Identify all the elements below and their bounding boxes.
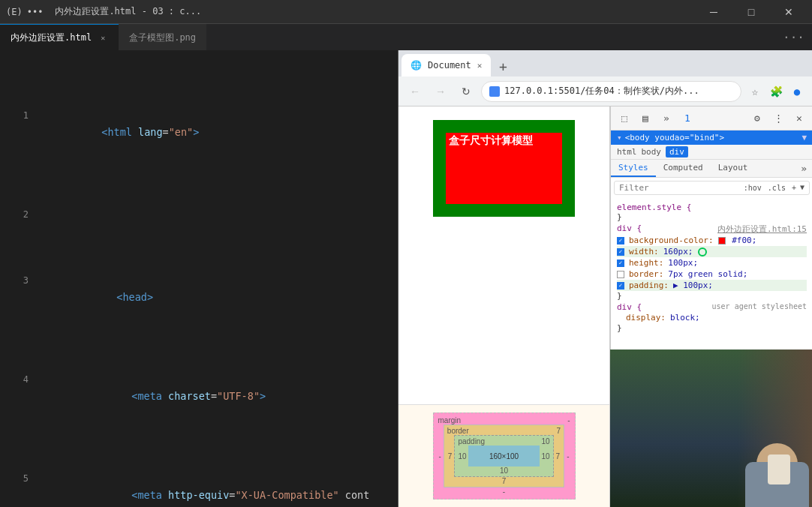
bm-padding-left: 10	[456, 446, 468, 466]
title-text: 内外边距设置.html - 03 : c...	[55, 5, 201, 18]
address-bar[interactable]: 127.0.0.1:5501/任务04：制作奖状/内外...	[481, 81, 741, 102]
selected-element-row: ▾ <body youdao="bind"> ▼	[611, 130, 812, 145]
title-bar: (E) ••• 内外边距设置.html - 03 : c... ─ □ ✕	[0, 0, 812, 24]
prop-border-value: 7px green solid;	[668, 269, 747, 279]
prop-width-checkbox[interactable]	[617, 248, 624, 256]
dt-elements-badge[interactable]: 1	[678, 110, 696, 128]
prop-bg-name: background-color:	[629, 236, 714, 245]
dt-more-button[interactable]: »	[657, 110, 675, 128]
breadcrumb-html[interactable]: html	[617, 147, 637, 157]
prop-border-checkbox[interactable]	[617, 271, 624, 278]
bm-border-bottom: 7	[446, 477, 562, 485]
browser-panel: 🌐 Document ✕ + ← → ↻ 127.0.0.1:5501/任务04…	[398, 50, 812, 507]
bm-padding-label: padding	[458, 437, 485, 446]
tab-styles[interactable]: Styles	[611, 160, 656, 177]
filter-cls-button[interactable]: .cls	[765, 183, 788, 193]
selected-element-label[interactable]: <body youdao="bind">	[625, 133, 802, 142]
styles-filter-input[interactable]	[619, 183, 738, 193]
styles-rule-useragent: div { user agent stylesheet display: blo…	[617, 302, 807, 333]
person-collar	[768, 454, 790, 484]
tab-html-close[interactable]: ✕	[98, 32, 108, 44]
browser-reload-button[interactable]: ↻	[456, 81, 477, 102]
dt-inspect-button[interactable]: ⬚	[615, 110, 633, 128]
code-lines: 1 <html lang="en"> 2 3 <head> 4 <meta ch…	[0, 50, 398, 507]
rendered-preview: 盒子尺寸计算模型	[404, 112, 603, 224]
bm-margin-top: -	[567, 416, 570, 424]
breadcrumb-body[interactable]: body	[642, 147, 662, 157]
bm-margin-right: -	[564, 424, 571, 488]
tab-layout[interactable]: Layout	[711, 160, 756, 177]
filter-expand-button[interactable]: ▼	[800, 183, 804, 193]
tab-computed[interactable]: Computed	[656, 160, 711, 177]
address-text: 127.0.0.1:5501/任务04：制作奖状/内外...	[504, 85, 699, 98]
rule-closing-element: }	[617, 212, 807, 222]
code-line-1: 1 <html lang="en">	[0, 107, 398, 157]
filter-hov-button[interactable]: :hov	[741, 183, 764, 193]
prop-height-checkbox[interactable]	[617, 260, 624, 267]
prop-height-value: 100px;	[668, 258, 698, 268]
bm-margin-bottom: -	[437, 488, 572, 496]
profile-button[interactable]: ●	[788, 82, 806, 100]
rendered-box-outer: 盒子尺寸计算模型	[433, 120, 575, 217]
bm-margin-layer: margin - - border 7	[433, 412, 576, 500]
maximize-button[interactable]: □	[734, 2, 768, 22]
bm-margin-left: -	[437, 424, 444, 488]
rule-selector-element: element.style {	[617, 202, 807, 212]
prop-bg-color: background-color: #f00;	[617, 235, 807, 246]
bm-border-label: border	[447, 427, 469, 435]
prop-border: border: 7px green solid;	[617, 268, 807, 280]
code-line-2: 2	[0, 206, 398, 223]
close-button[interactable]: ✕	[771, 2, 806, 22]
browser-controls: ← → ↻ 127.0.0.1:5501/任务04：制作奖状/内外... ☆ 🧩…	[398, 76, 812, 106]
dt-more-options-button[interactable]: ⋮	[769, 110, 787, 128]
browser-tab-close[interactable]: ✕	[477, 61, 483, 70]
dt-expand-icon: ▾	[617, 133, 622, 142]
styles-filter-buttons: :hov .cls + ▼	[741, 183, 804, 193]
styles-filter-bar: :hov .cls + ▼	[614, 181, 810, 195]
rule-selector-div: div {	[617, 224, 642, 235]
minimize-button[interactable]: ─	[696, 2, 731, 22]
bm-content-box: 160×100	[468, 446, 540, 466]
dt-settings-button[interactable]: ⚙	[748, 110, 766, 128]
prop-width: width: 160px;	[617, 246, 807, 257]
bm-border-left: 7	[446, 435, 455, 477]
code-line-5: 5 <meta http-equiv="X-UA-Compatible" con…	[0, 470, 398, 507]
extension-button[interactable]: 🧩	[767, 82, 785, 100]
prop-padding-value: ▶ 100px;	[673, 280, 713, 290]
dt-close-button[interactable]: ✕	[790, 110, 808, 128]
tab-html[interactable]: 内外边距设置.html ✕	[0, 24, 119, 50]
address-favicon	[489, 86, 500, 97]
browser-back-button[interactable]: ←	[404, 81, 426, 102]
browser-tab-favicon: 🌐	[411, 60, 422, 70]
browser-new-tab-button[interactable]: +	[492, 56, 513, 76]
bm-border-layer: border 7 7 padding	[444, 424, 564, 488]
prop-padding-checkbox[interactable]	[617, 282, 624, 290]
prop-border-name: border:	[629, 269, 663, 279]
prop-width-name: width:	[629, 247, 659, 256]
title-bar-left: (E) ••• 内外边距设置.html - 03 : c...	[6, 5, 201, 18]
rule-source-div[interactable]: 内外边距设置.html:15	[717, 224, 807, 235]
tab-more[interactable]: »	[795, 160, 812, 177]
bookmark-button[interactable]: ☆	[746, 82, 764, 100]
bm-border-right: 7	[554, 435, 563, 477]
styles-rule-element: element.style { }	[617, 202, 807, 222]
code-line-4: 4 <meta charset="UTF-8">	[0, 371, 398, 421]
editor-tab-more[interactable]: ···	[775, 24, 812, 50]
browser-tab-document[interactable]: 🌐 Document ✕	[401, 54, 491, 76]
bm-padding-layer: padding 10 10 160×100	[454, 435, 553, 477]
dt-console-button[interactable]: ▤	[636, 110, 654, 128]
rule-header-div: div { 内外边距设置.html:15	[617, 224, 807, 235]
menu-item-dots[interactable]: •••	[27, 7, 44, 17]
bg-color-swatch[interactable]	[718, 237, 726, 244]
right-panel: ⬚ ▤ » 1 ⚙ ⋮ ✕ ▾ <body youdao="bind"> ▼	[609, 106, 812, 507]
prop-bg-checkbox[interactable]	[617, 237, 624, 244]
tab-html-label: 内外边距设置.html	[11, 32, 92, 44]
browser-forward-button[interactable]: →	[430, 81, 451, 102]
webcam-area	[610, 350, 812, 507]
filter-add-button[interactable]: +	[789, 183, 798, 193]
prop-bg-value: #f00;	[732, 236, 756, 245]
tab-png[interactable]: 盒子模型图.png	[119, 24, 206, 50]
breadcrumb-div[interactable]: div	[666, 146, 688, 158]
menu-item-e[interactable]: (E)	[6, 7, 23, 17]
bm-content-row: 10 160×100 10	[456, 446, 551, 466]
